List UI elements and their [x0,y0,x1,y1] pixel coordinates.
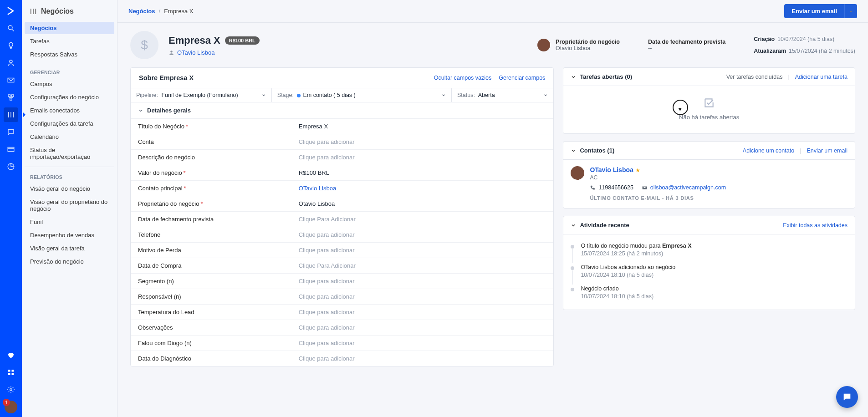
notification-badge: 1 [3,399,10,406]
breadcrumb-bar: Negócios / Empresa X Enviar um email [117,0,868,23]
add-task[interactable]: Adicionar uma tarefa [795,74,848,80]
sidebar-item[interactable]: Visão geral da tarefa [25,242,114,254]
user-avatar[interactable]: 1 [4,400,18,414]
owner-avatar [537,39,550,51]
field-row[interactable]: Contato principal*OTavio Lisboa [131,181,553,196]
chat-icon[interactable] [4,125,18,139]
star-icon: ★ [635,167,640,173]
sidebar-item[interactable]: Tarefas [25,35,114,47]
field-row[interactable]: Falou com Diogo (n)Clique para adicionar [131,336,553,351]
activity-item: O título do negócio mudou para Empresa X… [571,239,848,260]
svg-point-0 [8,25,12,30]
field-row[interactable]: Responsável (n)Clique para adicionar [131,289,553,305]
apps-icon[interactable] [4,365,18,380]
contact-avatar [571,166,584,180]
svg-rect-8 [8,370,10,372]
deal-value-badge: R$100 BRL [225,36,260,45]
activity-card: Atividade recente Exibir todas as ativid… [563,216,855,310]
activity-item: Negócio criado10/07/2024 18:10 (há 5 dia… [571,282,848,303]
sidebar-item[interactable]: Respostas Salvas [25,48,114,61]
nav-rail: 1 [0,0,22,417]
add-contact[interactable]: Adicione um contato [743,147,794,154]
svg-rect-3 [8,95,10,97]
main: Negócios / Empresa X Enviar um email $ E… [117,0,868,417]
logo[interactable] [4,4,18,18]
field-row[interactable]: Data do DiagnósticoClique para adicionar [131,351,553,366]
sidebar-item[interactable]: Configurações da tarefa [25,117,114,130]
sidebar-item[interactable]: Previsão do negócio [25,255,114,268]
chat-fab[interactable] [836,386,858,408]
phone-icon [590,185,596,191]
contacts-card: Contatos (1) Adicione um contato | Envia… [563,141,855,208]
svg-rect-2 [8,78,14,82]
field-row[interactable]: ObservaçõesClique para adicionar [131,320,553,336]
field-row[interactable]: Título do Negócio*Empresa X [131,119,553,134]
send-email-contact[interactable]: Enviar um email [807,147,848,154]
deals-icon[interactable] [4,107,18,122]
search-icon[interactable] [4,21,18,36]
owner-block: Proprietário do negócio Otavio Lisboa [537,39,620,51]
card-icon[interactable] [4,142,18,157]
status-select[interactable]: Status: Aberta [452,88,553,102]
stage-select[interactable]: Stage: Em contato ( 5 dias ) [272,88,452,102]
send-email-button[interactable]: Enviar um email [784,4,844,18]
bulb-icon[interactable] [4,38,18,53]
stage-row: Pipeline: Funil de Exemplo (Formulário) … [131,88,553,102]
contact-row[interactable]: OTavio Lisboa★ AC 11984656625 olisboa@ac… [563,159,855,208]
sidebar-item[interactable]: Visão geral do negócio [25,183,114,195]
hide-empty-fields[interactable]: Ocultar campos vazios [434,75,491,81]
about-title: Sobre Empresa X [139,74,194,81]
breadcrumb-root[interactable]: Negócios [128,8,155,15]
meta-block: Criação10/07/2024 (há 5 dias) Atualizara… [754,36,855,54]
field-row[interactable]: Data de CompraClique Para Adicionar [131,258,553,274]
tasks-title: Tarefas abertas (0) [580,73,632,80]
svg-rect-10 [8,373,10,376]
sidebar-item[interactable]: Status de importação/exportação [25,144,114,163]
show-all-activity[interactable]: Exibir todas as atividades [783,222,848,229]
pipeline-select[interactable]: Pipeline: Funil de Exemplo (Formulário) [131,88,272,102]
breadcrumb: Negócios / Empresa X [128,8,193,15]
svg-rect-6 [8,147,14,152]
contact-email[interactable]: olisboa@activecampaign.com [650,184,726,191]
sidebar-item[interactable]: Campos [25,78,114,90]
activity-item: OTavio Lisboa adicionado ao negócio10/07… [571,260,848,282]
sidebar-item[interactable]: Funil [25,216,114,228]
tasks-empty: Não há tarefas abertas [563,86,855,133]
deal-header: $ Empresa X R$100 BRL OTavio Lisboa Prop… [117,23,868,67]
field-row[interactable]: Segmento (n)Clique para adicionar [131,274,553,289]
svg-point-12 [10,389,12,391]
general-details-toggle[interactable]: Detalhes gerais [131,102,553,118]
org-icon[interactable] [4,90,18,105]
sidebar-heading: RELATÓRIOS [25,167,114,183]
sidebar-item[interactable]: Calendário [25,131,114,143]
manage-fields[interactable]: Gerenciar campos [499,75,545,81]
svg-rect-11 [12,373,14,376]
envelope-icon[interactable] [4,73,18,87]
fields-table: Título do Negócio*Empresa XContaClique p… [131,118,553,366]
last-contact: ÚLTIMO CONTATO E-MAIL - HÁ 3 DIAS [590,195,848,201]
field-row[interactable]: Motivo de PerdaClique para adicionar [131,243,553,258]
field-row[interactable]: Valor do negócio*R$100 BRL [131,165,553,181]
deal-owner-link[interactable]: OTavio Lisboa [177,49,214,56]
field-row[interactable]: TelefoneClique para adicionar [131,227,553,243]
sidebar-item[interactable]: Desempenho de vendas [25,229,114,241]
person-icon[interactable] [4,56,18,70]
sidebar-item[interactable]: Emails conectados [25,104,114,117]
field-row[interactable]: Descrição do negócioClique para adiciona… [131,150,553,165]
heart-icon[interactable] [4,348,18,362]
activity-list: O título do negócio mudou para Empresa X… [563,234,855,310]
field-row[interactable]: Data de fechamento previstaClique Para A… [131,212,553,227]
sidebar-item[interactable]: Configurações do negócio [25,91,114,103]
gear-icon[interactable] [4,382,18,397]
check-icon [703,97,715,109]
field-row[interactable]: ContaClique para adicionar [131,134,553,150]
field-row[interactable]: Proprietário do negócio*Otavio Lisboa [131,196,553,212]
view-completed-tasks[interactable]: Ver tarefas concluídas [726,74,783,80]
contact-name[interactable]: OTavio Lisboa [590,166,633,173]
pie-icon[interactable] [4,159,18,174]
sidebar: Negócios NegóciosTarefasRespostas Salvas… [22,0,117,417]
sidebar-item[interactable]: Negócios [25,22,114,34]
send-email-caret[interactable] [844,4,857,18]
sidebar-item[interactable]: Visão geral do proprietário do negócio [25,196,114,215]
field-row[interactable]: Temperatura do LeadClique para adicionar [131,305,553,320]
